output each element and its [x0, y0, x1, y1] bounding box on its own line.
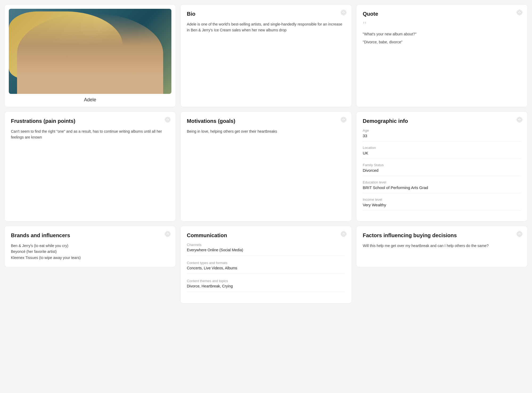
comm-content-types-value: Concerts, Live Videos, Albums — [187, 266, 345, 274]
frustrations-title: Frustrations (pain points) — [11, 118, 169, 124]
demo-location-label: Location — [363, 146, 521, 150]
profile-name: Adele — [84, 97, 96, 103]
svg-point-7 — [167, 119, 168, 119]
demo-family-value: Divorced — [363, 168, 521, 176]
demo-location: Location UK — [363, 146, 521, 159]
buying-card: Factors influencing buying decisions Wil… — [356, 226, 528, 267]
svg-point-19 — [343, 233, 344, 234]
svg-point-13 — [519, 119, 520, 119]
quote-line-1: "What's your new album about?" — [363, 31, 521, 37]
demo-education-value: BRIT School of Performing Arts Grad — [363, 185, 521, 193]
quote-marks: " — [363, 21, 521, 29]
brands-hint-icon[interactable] — [165, 231, 170, 237]
brand-item-2: Beyoncé (her favorite artist) — [11, 249, 169, 254]
demo-education: Education level BRIT School of Performin… — [363, 180, 521, 193]
bio-hint-icon[interactable] — [341, 10, 346, 15]
comm-channels-value: Everywhere Online (Social Media) — [187, 248, 345, 256]
svg-rect-23 — [519, 234, 519, 235]
brands-content: Ben & Jerry's (to eat while you cry) Bey… — [11, 243, 169, 261]
demographic-card: Demographic info Age 33 Location UK Fami… — [356, 111, 528, 221]
svg-point-10 — [343, 119, 344, 119]
communication-hint-icon[interactable] — [341, 231, 346, 237]
svg-rect-8 — [167, 120, 168, 121]
profile-card: Adele — [4, 4, 176, 107]
motivations-card: Motivations (goals) Being in love, helpi… — [180, 111, 352, 221]
quote-hint-icon[interactable] — [517, 10, 522, 15]
svg-rect-20 — [343, 234, 344, 235]
demographic-hint-icon[interactable] — [517, 117, 522, 122]
buying-content: Will this help me get over my heartbreak… — [363, 243, 521, 249]
profile-face — [17, 13, 163, 94]
motivations-title: Motivations (goals) — [187, 118, 345, 124]
frustrations-hint-icon[interactable] — [165, 117, 170, 122]
svg-rect-17 — [167, 234, 168, 235]
buying-title: Factors influencing buying decisions — [363, 232, 521, 239]
frustrations-card: Frustrations (pain points) Can't seem to… — [4, 111, 176, 221]
svg-rect-11 — [343, 120, 344, 121]
quote-card: Quote " "What's your new album about?" "… — [356, 4, 528, 107]
demo-family-label: Family Status — [363, 163, 521, 167]
brand-item-3: Kleenex Tissues (to wipe away your tears… — [11, 255, 169, 261]
demo-location-value: UK — [363, 151, 521, 159]
motivations-content: Being in love, helping others get over t… — [187, 128, 345, 134]
svg-point-22 — [519, 233, 520, 234]
brands-card: Brands and influencers Ben & Jerry's (to… — [4, 226, 176, 267]
bio-card: Bio Adele is one of the world's best-sel… — [180, 4, 352, 107]
demo-income-label: Income level — [363, 198, 521, 202]
demo-age-label: Age — [363, 128, 521, 132]
comm-content-types-label: Content types and formats — [187, 261, 345, 265]
demo-education-label: Education level — [363, 180, 521, 184]
comm-content-themes: Content themes and topics Divorce, Heart… — [187, 279, 345, 292]
quote-line-2: "Divorce, babe, divorce" — [363, 39, 521, 45]
communication-title: Communication — [187, 232, 345, 239]
main-grid: Adele Bio Adele is one of the world's be… — [4, 4, 528, 304]
svg-point-4 — [519, 12, 520, 12]
demo-income: Income level Very Wealthy — [363, 198, 521, 211]
comm-channels: Channels Everywhere Online (Social Media… — [187, 243, 345, 256]
demographic-title: Demographic info — [363, 118, 521, 124]
svg-point-16 — [167, 233, 168, 234]
bio-content: Adele is one of the world's best-selling… — [187, 21, 345, 33]
demo-age: Age 33 — [363, 128, 521, 141]
buying-hint-icon[interactable] — [517, 231, 522, 237]
brands-title: Brands and influencers — [11, 232, 169, 239]
motivations-hint-icon[interactable] — [341, 117, 346, 122]
comm-content-themes-value: Divorce, Heartbreak, Crying — [187, 284, 345, 292]
svg-rect-14 — [519, 120, 519, 121]
svg-point-1 — [343, 12, 344, 12]
frustrations-content: Can't seem to find the right "one" and a… — [11, 128, 169, 140]
bio-title: Bio — [187, 11, 345, 17]
svg-rect-5 — [519, 12, 519, 14]
comm-content-types: Content types and formats Concerts, Live… — [187, 261, 345, 274]
svg-rect-2 — [343, 12, 344, 14]
communication-card: Communication Channels Everywhere Online… — [180, 226, 352, 304]
comm-channels-label: Channels — [187, 243, 345, 247]
profile-image — [9, 9, 171, 94]
comm-content-themes-label: Content themes and topics — [187, 279, 345, 283]
demo-family: Family Status Divorced — [363, 163, 521, 176]
demo-age-value: 33 — [363, 133, 521, 141]
demo-income-value: Very Wealthy — [363, 203, 521, 211]
quote-title: Quote — [363, 11, 521, 17]
brand-item-1: Ben & Jerry's (to eat while you cry) — [11, 243, 169, 249]
